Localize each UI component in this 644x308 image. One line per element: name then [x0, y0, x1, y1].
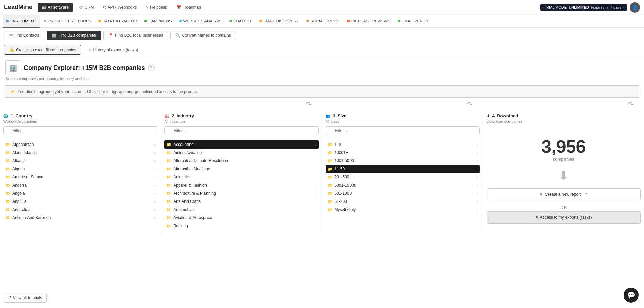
size-column: 👥 3. Size All sizes 🔍 📁1-10 › 📁10001+ › …	[322, 109, 483, 234]
convert-names-button[interactable]: 🔍 Convert names to domains	[170, 31, 236, 40]
list-item[interactable]: 📁201-500 ›	[326, 173, 480, 181]
find-contacts-button[interactable]: ✉ Find Contacts	[4, 31, 44, 40]
chevron-icon: ›	[476, 143, 477, 147]
create-report-button[interactable]: ⬇ Create a new report ↺	[487, 188, 641, 200]
list-item[interactable]: 📁51-200 ›	[326, 197, 480, 206]
list-item[interactable]: 📁Myself Only ›	[326, 206, 480, 214]
tab-email-verify[interactable]: EMAIL VERIFY	[394, 15, 432, 28]
folder-icon: 📁	[5, 183, 10, 188]
list-item[interactable]: 📁Alternative Medicine ›	[164, 165, 318, 173]
country-filter-input[interactable]	[3, 126, 157, 135]
list-item[interactable]: 📁Afghanistan ›	[3, 140, 157, 149]
list-item[interactable]: 📁Algeria ›	[3, 165, 157, 173]
chevron-icon: ›	[154, 143, 155, 147]
list-item[interactable]: 📁Andorra ›	[3, 181, 157, 189]
folder-icon: 📁	[328, 208, 333, 212]
action-bar: 👆 Create an excel file of companies ≡ Hi…	[0, 43, 644, 57]
find-b2b-button[interactable]: 🏢 Find B2B companies	[47, 31, 101, 40]
refresh-icon: ↺	[584, 192, 588, 197]
list-item[interactable]: 📁5001-10000 ›	[326, 181, 480, 189]
user-avatar[interactable]: 👤	[630, 2, 640, 13]
download-column: ⬇ 4. Download Download companies 3,956 c…	[483, 109, 644, 234]
list-item[interactable]: 📁Angola ›	[3, 189, 157, 197]
industry-column: 🏭 2. Industry All industries 🔍 📁Accounti…	[161, 109, 322, 234]
grid-icon: ▦	[42, 5, 46, 10]
tab-social-proof[interactable]: SOCIAL PROOF	[303, 15, 343, 28]
list-item[interactable]: 📁Albania ›	[3, 157, 157, 165]
tab-email-discovery[interactable]: EMAIL DISCOVERY	[256, 15, 302, 28]
folder-icon: 📁	[5, 191, 10, 196]
list-item[interactable]: 📁Animation ›	[164, 173, 318, 181]
help-circle-icon[interactable]: ?	[148, 65, 155, 71]
tab-campaigns[interactable]: CAMPAIGNS	[141, 15, 175, 28]
chevron-icon: ›	[315, 143, 316, 147]
list-item[interactable]: 📁Apparel & Fashion ›	[164, 181, 318, 189]
chevron-icon: ›	[315, 159, 316, 163]
list-item[interactable]: 📁Banking ›	[164, 222, 318, 230]
list-item[interactable]: 📁1-10 ›	[326, 140, 480, 149]
list-item[interactable]: 📁10001+ ›	[326, 149, 480, 157]
roadmap-link[interactable]: 📅 Roadmap	[173, 3, 204, 12]
create-excel-button[interactable]: 👆 Create an excel file of companies	[4, 45, 81, 55]
chevron-icon: ›	[154, 159, 155, 163]
tab-enrichment[interactable]: ENRICHMENT	[3, 15, 40, 28]
building-icon: 🏢	[52, 33, 57, 38]
crm-icon: ⚙	[79, 5, 83, 10]
industry-filter-input[interactable]	[164, 126, 318, 135]
folder-icon: 📁	[166, 175, 171, 179]
list-item[interactable]: 📁Alternative Dispute Resolution ›	[164, 157, 318, 165]
prospecting-icon: ✏	[44, 19, 47, 23]
list-item[interactable]: 📁Anguilla ›	[3, 197, 157, 206]
list-item[interactable]: 📁Arts And Crafts ›	[164, 197, 318, 206]
folder-icon: 📁	[166, 167, 171, 171]
chevron-icon: ›	[315, 200, 316, 204]
company-count: 3,956	[541, 136, 586, 157]
list-item[interactable]: 📁Accounting ›	[164, 140, 318, 149]
list-item[interactable]: 📁American Samoa ›	[3, 173, 157, 181]
contacts-icon: ✉	[9, 33, 13, 38]
list-item[interactable]: 📁1001-5000 ›	[326, 157, 480, 165]
chevron-icon: ›	[154, 200, 155, 204]
list-item[interactable]: 📁11-50 ›	[326, 165, 480, 173]
api-webhooks-link[interactable]: ⑆ API / Webhooks	[100, 3, 140, 12]
increase-reviews-dot	[347, 20, 350, 22]
list-item[interactable]: 📁Antigua And Barbuda ›	[3, 214, 157, 222]
tab-data-extractor[interactable]: DATA EXTRACTOR	[95, 15, 140, 28]
email-discovery-dot	[259, 20, 262, 22]
email-verify-dot	[398, 20, 400, 22]
search-icon: 🔍	[175, 33, 180, 38]
tab-websites[interactable]: WEBSITES ANALYZE	[176, 15, 226, 28]
list-item[interactable]: 📁Architecture & Planning ›	[164, 189, 318, 197]
location-icon: 📍	[108, 33, 113, 38]
folder-icon: 📁	[166, 208, 171, 212]
list-item[interactable]: 📁501-1000 ›	[326, 189, 480, 197]
crm-link[interactable]: ⚙ CRM	[76, 3, 97, 12]
chevron-icon: ›	[315, 216, 316, 220]
helpdesk-link[interactable]: ? Helpdesk	[143, 3, 171, 12]
list-item[interactable]: 📁Antarctica ›	[3, 206, 157, 214]
find-b2c-button[interactable]: 📍 Find B2C local businesses	[103, 31, 168, 40]
access-exports-button[interactable]: ≡ Access to my exports (tasks)	[487, 211, 641, 224]
tab-increase-reviews[interactable]: INCREASE REVIEWS	[344, 15, 394, 28]
list-icon: ≡	[89, 47, 91, 52]
sub-nav: ✉ Find Contacts 🏢 Find B2B companies 📍 F…	[0, 28, 644, 43]
list-item[interactable]: 📁Aviation & Aerospace ›	[164, 214, 318, 222]
folder-icon: 📁	[166, 159, 171, 163]
list-item[interactable]: 📁Airlines/aviation ›	[164, 149, 318, 157]
list-item[interactable]: 📁Automotive ›	[164, 206, 318, 214]
chevron-icon: ›	[154, 216, 155, 220]
lightning-icon: ⚡	[10, 89, 15, 94]
history-link[interactable]: ≡ History of exports (tasks)	[84, 45, 143, 54]
all-software-button[interactable]: ▦ All software	[38, 3, 73, 12]
tab-prospecting[interactable]: ✏ PROSPECTING TOOLS	[40, 15, 94, 28]
websites-dot	[179, 20, 182, 22]
industry-icon: 🏭	[164, 114, 169, 118]
alert-banner[interactable]: ⚡ You didn't upgraded yet your account. …	[5, 85, 639, 98]
size-filter-input[interactable]	[326, 126, 480, 135]
folder-icon: 📁	[328, 183, 333, 188]
tab-chatbot[interactable]: CHATBOT	[226, 15, 255, 28]
country-filter-wrap: 🔍	[3, 126, 157, 138]
size-filter-wrap: 🔍	[326, 126, 480, 138]
folder-icon: 📁	[328, 151, 333, 155]
list-item[interactable]: 📁Aland Islands ›	[3, 149, 157, 157]
